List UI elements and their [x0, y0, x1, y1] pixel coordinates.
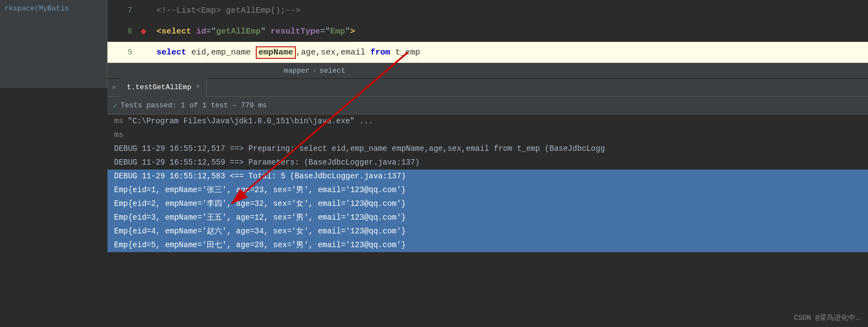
- line-number-8: 8: [107, 27, 141, 36]
- test-result-text: Tests passed: 1 of 1 test – 779 ms: [121, 101, 267, 110]
- tab-close[interactable]: ×: [196, 83, 200, 91]
- xml-close-bracket: >: [350, 27, 355, 36]
- sql-fields-after: ,age,sex,email: [296, 48, 370, 57]
- console-selected-1[interactable]: DEBUG 11-29 16:55:12,583 <== Total: 5 (B…: [107, 170, 868, 183]
- tab-bar: » t.testGetAllEmp ×: [107, 78, 868, 97]
- line-number-9: 9: [107, 48, 141, 57]
- xml-val-id: getAllEmp: [216, 27, 261, 36]
- breadcrumb-sep: ›: [312, 67, 317, 75]
- console-timestamp-2: ms: [107, 128, 868, 142]
- sidebar-title: rkspace(MyBatis: [4, 4, 69, 13]
- check-icon: ✓: [113, 101, 117, 110]
- breadcrumb-select: select: [320, 67, 346, 75]
- breadcrumb: mapper › select: [107, 63, 868, 78]
- console-debug-2: DEBUG 11-29 16:55:12,559 ==> Parameters:…: [107, 156, 868, 170]
- sql-empname-highlight: empName: [256, 46, 296, 59]
- watermark: CSDN @菜鸟进化中…: [794, 313, 860, 323]
- selected-text-3: Emp{eid=2, empName='李四', age=32, sex='女'…: [114, 198, 406, 210]
- test-result-bar: ✓ Tests passed: 1 of 1 test – 779 ms: [107, 97, 868, 115]
- selected-text-5: Emp{eid=4, empName='赵六', age=34, sex='女'…: [114, 226, 406, 237]
- breakpoint-8: ◆: [141, 26, 154, 37]
- console-selected-4[interactable]: Emp{eid=3, empName='王五', age=12, sex='男'…: [107, 211, 868, 225]
- sql-fields: eid,emp_name: [191, 48, 256, 57]
- console-debug-1: DEBUG 11-29 16:55:12,517 ==> Preparing: …: [107, 142, 868, 156]
- tab-label: t.testGetAllEmp: [127, 83, 191, 91]
- ts2-time: ms: [114, 129, 123, 141]
- comment-text-7: <!--List<Emp> getAllEmp();-->: [157, 6, 300, 15]
- sql-table: t_emp: [390, 48, 420, 57]
- code-content-8[interactable]: <select id="getAllEmp" resultType="Emp">: [154, 27, 868, 36]
- watermark-text: CSDN @菜鸟进化中…: [794, 314, 860, 322]
- xml-val-resulttype: Emp: [330, 27, 345, 36]
- console-timestamp-1: ms "C:\Program Files\Java\jdk1.8.0_151\b…: [107, 115, 868, 128]
- code-content-7[interactable]: <!--List<Emp> getAllEmp();-->: [154, 6, 868, 15]
- xml-attr-id: id: [196, 27, 206, 36]
- breadcrumb-mapper: mapper: [284, 67, 310, 75]
- code-line-8: 8 ◆ <select id="getAllEmp" resultType="E…: [107, 21, 868, 42]
- code-content-9[interactable]: select eid,emp_name empName,age,sex,emai…: [154, 48, 868, 57]
- sql-select-kw: select: [157, 48, 186, 57]
- tab-arrows[interactable]: »: [107, 84, 120, 91]
- selected-text-6: Emp{eid=5, empName='田七', age=28, sex='男'…: [114, 239, 406, 251]
- ts1-time: ms: [114, 116, 123, 127]
- sql-from-kw: from: [370, 48, 390, 57]
- breakpoint-7: [141, 6, 154, 16]
- console-selected-5[interactable]: Emp{eid=4, empName='赵六', age=34, sex='女'…: [107, 225, 868, 238]
- code-line-9: 9 select eid,emp_name empName,age,sex,em…: [107, 42, 868, 63]
- selected-text-2: Emp{eid=1, empName='张三', age=23, sex='男'…: [114, 184, 406, 196]
- tab-testgetall[interactable]: t.testGetAllEmp ×: [120, 78, 207, 97]
- selected-text-4: Emp{eid=3, empName='王五', age=12, sex='男'…: [114, 212, 406, 224]
- xml-attr-resulttype: resultType: [266, 27, 320, 36]
- sidebar: rkspace(MyBatis: [0, 0, 107, 88]
- line-number-7: 7: [107, 6, 141, 15]
- console-area: ms "C:\Program Files\Java\jdk1.8.0_151\b…: [107, 115, 868, 252]
- debug-text-1: DEBUG 11-29 16:55:12,517 ==> Preparing: …: [114, 143, 605, 155]
- console-selected-6[interactable]: Emp{eid=5, empName='田七', age=28, sex='男'…: [107, 238, 868, 252]
- debug-text-2: DEBUG 11-29 16:55:12,559 ==> Parameters:…: [114, 157, 420, 168]
- code-line-7: 7 <!--List<Emp> getAllEmp();-->: [107, 0, 868, 21]
- selected-text-1: DEBUG 11-29 16:55:12,583 <== Total: 5 (B…: [114, 171, 406, 182]
- xml-open-tag: <select: [157, 27, 196, 36]
- console-selected-2[interactable]: Emp{eid=1, empName='张三', age=23, sex='男'…: [107, 183, 868, 197]
- console-selected-3[interactable]: Emp{eid=2, empName='李四', age=32, sex='女'…: [107, 197, 868, 211]
- ts1-text: "C:\Program Files\Java\jdk1.8.0_151\bin\…: [128, 116, 373, 127]
- editor-area: 7 <!--List<Emp> getAllEmp();--> 8 ◆ <sel…: [107, 0, 868, 63]
